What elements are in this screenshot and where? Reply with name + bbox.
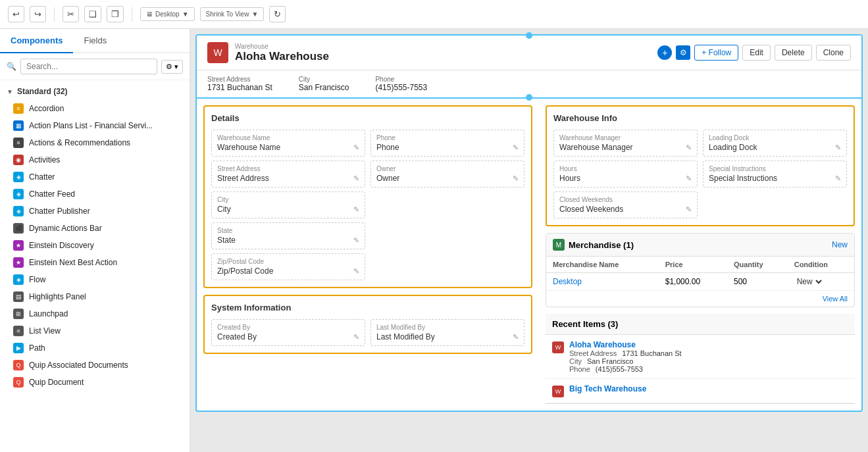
- field-value: Last Modified By ✎: [376, 332, 519, 341]
- redo-button[interactable]: ↪: [30, 6, 46, 22]
- sidebar-item-label: Einstein Discovery: [29, 241, 94, 250]
- field-label: Last Modified By: [376, 324, 519, 331]
- sidebar-item-label: Path: [29, 343, 45, 353]
- settings-button[interactable]: ⚙: [676, 45, 690, 60]
- sidebar-item-chatter[interactable]: ◈ Chatter: [0, 168, 190, 186]
- gear-button[interactable]: ⚙ ▾: [161, 60, 183, 74]
- form-field-zip: Zip/Postal Code Zip/Postal Code ✎: [211, 253, 365, 280]
- merch-name-link[interactable]: Desktop: [553, 277, 582, 286]
- sidebar: Components Fields 🔍 ⚙ ▾ ▼ Standard (32) …: [0, 29, 190, 452]
- list-view-icon: ≡: [13, 326, 24, 336]
- view-selector[interactable]: Shrink To View ▼: [200, 7, 265, 21]
- recent-item-fields-0: Street Address 1731 Buchanan St City San…: [569, 349, 848, 373]
- form-field-state: State State ✎: [211, 222, 365, 249]
- field-label: Special Instructions: [709, 165, 841, 172]
- edit-icon[interactable]: ✎: [686, 205, 692, 214]
- sidebar-section-standard[interactable]: ▼ Standard (32): [0, 83, 190, 100]
- sidebar-item-einstein-nba[interactable]: ★ Einstein Next Best Action: [0, 254, 190, 271]
- add-button[interactable]: +: [657, 45, 672, 60]
- edit-icon[interactable]: ✎: [353, 267, 359, 276]
- edit-icon[interactable]: ✎: [353, 333, 359, 341]
- sidebar-item-quip-doc[interactable]: Q Quip Document: [0, 374, 190, 391]
- recent-item-link-0[interactable]: Aloha Warehouse: [569, 340, 636, 349]
- sidebar-item-label: Einstein Next Best Action: [29, 258, 117, 267]
- sidebar-item-actions-rec[interactable]: ≡ Actions & Recommendations: [0, 134, 190, 151]
- view-all-link[interactable]: View All: [823, 295, 848, 303]
- edit-icon[interactable]: ✎: [513, 333, 519, 341]
- merchandise-new-button[interactable]: New: [832, 240, 848, 249]
- follow-button[interactable]: + Follow: [694, 45, 738, 61]
- resize-handle-top[interactable]: [526, 32, 532, 39]
- sidebar-item-action-plans[interactable]: ▦ Action Plans List - Financial Servi...: [0, 117, 190, 134]
- wh-right-fields: Loading Dock Loading Dock ✎ Special Inst…: [703, 130, 847, 218]
- system-info-title: System Information: [211, 303, 524, 313]
- preview-frame: W Warehouse Aloha Warehouse + ⚙ + Follow…: [195, 34, 863, 412]
- record-header-actions: + ⚙ + Follow Edit Delete Clone: [657, 45, 851, 61]
- sidebar-item-path[interactable]: ▶ Path: [0, 339, 190, 357]
- resize-handle-bottom[interactable]: [526, 94, 532, 101]
- edit-icon[interactable]: ✎: [353, 174, 359, 183]
- record-header: W Warehouse Aloha Warehouse + ⚙ + Follow…: [197, 36, 861, 70]
- sidebar-item-activities[interactable]: ◉ Activities: [0, 151, 190, 168]
- sidebar-item-list-view[interactable]: ≡ List View: [0, 322, 190, 339]
- col-quantity: Quantity: [727, 257, 788, 273]
- field-label: Loading Dock: [709, 134, 841, 141]
- field-label-phone: Phone: [375, 76, 427, 83]
- merchandise-header-left: M Merchandise (1): [553, 239, 634, 251]
- merchandise-title: Merchandise (1): [569, 240, 634, 250]
- sidebar-item-launchpad[interactable]: ⊞ Launchpad: [0, 305, 190, 322]
- device-selector[interactable]: 🖥 Desktop ▼: [140, 7, 195, 21]
- sidebar-item-einstein-discovery[interactable]: ★ Einstein Discovery: [0, 237, 190, 254]
- field-city: City San Francisco: [299, 76, 349, 92]
- sidebar-item-dynamic-actions[interactable]: ⬛ Dynamic Actions Bar: [0, 220, 190, 237]
- edit-icon[interactable]: ✎: [513, 143, 519, 152]
- col-price: Price: [659, 257, 727, 273]
- field-label: Warehouse Name: [217, 134, 359, 141]
- search-input[interactable]: [20, 59, 157, 74]
- paste-button[interactable]: ❒: [107, 6, 124, 22]
- action-plans-icon: ▦: [13, 120, 24, 131]
- edit-icon[interactable]: ✎: [513, 174, 519, 183]
- warehouse-info-section: Warehouse Info Warehouse Manager Warehou…: [546, 105, 855, 226]
- clone-button[interactable]: Clone: [816, 45, 851, 61]
- edit-icon[interactable]: ✎: [353, 236, 359, 245]
- sidebar-item-flow[interactable]: ◈ Flow: [0, 271, 190, 288]
- section-chevron-icon: ▼: [7, 88, 13, 95]
- toolbar-separator-2: [132, 7, 132, 22]
- field-label: Warehouse Manager: [559, 134, 692, 141]
- field-value: Zip/Postal Code ✎: [217, 266, 359, 276]
- cut-button[interactable]: ✂: [63, 6, 79, 22]
- copy-button[interactable]: ❑: [84, 6, 101, 22]
- delete-button[interactable]: Delete: [775, 45, 812, 61]
- sidebar-item-highlights-panel[interactable]: ▤ Highlights Panel: [0, 288, 190, 305]
- edit-icon[interactable]: ✎: [353, 205, 359, 214]
- sidebar-item-chatter-feed[interactable]: ◈ Chatter Feed: [0, 186, 190, 203]
- device-label: Desktop: [155, 11, 180, 18]
- edit-icon[interactable]: ✎: [686, 143, 692, 152]
- condition-select[interactable]: New: [794, 276, 824, 287]
- edit-icon[interactable]: ✎: [686, 174, 692, 183]
- device-chevron-icon: ▼: [182, 11, 189, 18]
- recent-items-section: Recent Items (3) W Aloha Warehouse Stree…: [546, 314, 855, 404]
- left-column: Details Warehouse Name Warehouse Name ✎: [197, 99, 539, 411]
- field-value: Loading Dock ✎: [709, 143, 841, 152]
- edit-icon[interactable]: ✎: [835, 174, 841, 183]
- form-field-closed-weekends: Closed Weekends Closed Weekends ✎: [553, 191, 698, 218]
- recent-item-link-1[interactable]: Big Tech Warehouse: [569, 384, 646, 393]
- edit-icon[interactable]: ✎: [835, 143, 841, 152]
- sidebar-item-chatter-publisher[interactable]: ◈ Chatter Publisher: [0, 203, 190, 220]
- sidebar-item-accordion[interactable]: ≡ Accordion: [0, 100, 190, 117]
- field-label: City: [217, 196, 359, 203]
- sidebar-item-quip-docs[interactable]: Q Quip Associated Documents: [0, 357, 190, 374]
- tab-components[interactable]: Components: [0, 29, 73, 53]
- undo-button[interactable]: ↩: [8, 6, 24, 22]
- field-value: City ✎: [217, 205, 359, 214]
- tab-fields[interactable]: Fields: [73, 29, 117, 53]
- toolbar-separator-1: [54, 7, 55, 22]
- refresh-button[interactable]: ↻: [269, 6, 286, 22]
- main-layout: Components Fields 🔍 ⚙ ▾ ▼ Standard (32) …: [0, 29, 868, 452]
- edit-button[interactable]: Edit: [742, 45, 771, 61]
- col-condition: Condition: [788, 257, 854, 273]
- edit-icon[interactable]: ✎: [353, 143, 359, 152]
- quip-docs-icon: Q: [13, 360, 24, 370]
